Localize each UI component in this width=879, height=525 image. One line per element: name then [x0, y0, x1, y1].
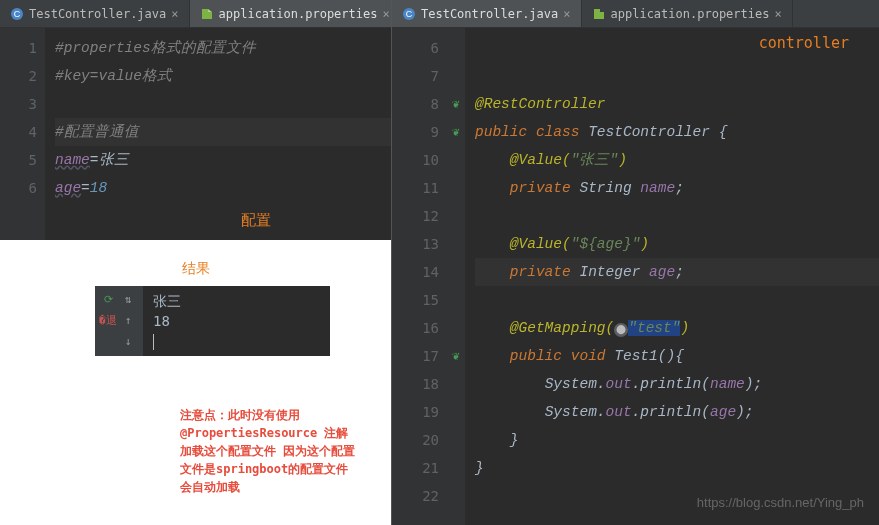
- props-icon: [200, 7, 214, 21]
- console-toolbar: ⟳ ⇅ �退 ↑ ↓: [95, 286, 143, 356]
- type: String: [579, 180, 640, 196]
- kw: public: [510, 348, 571, 364]
- annotation: @GetMapping(: [510, 320, 614, 336]
- line-num: 19: [392, 398, 439, 426]
- equals: =: [90, 152, 99, 168]
- code: System.: [545, 404, 606, 420]
- console: ⟳ ⇅ �退 ↑ ↓ 张三 18: [95, 286, 330, 356]
- left-tabs: C TestController.java × application.prop…: [0, 0, 391, 28]
- class-icon: C: [10, 7, 24, 21]
- blank-icon: [99, 333, 117, 351]
- line-num: 20: [392, 426, 439, 454]
- left-editor[interactable]: 1 2 3 4 5 6 #properties格式的配置文件 #key=valu…: [0, 28, 391, 240]
- brace: }: [475, 460, 484, 476]
- line-num: 18: [392, 370, 439, 398]
- tab-application-properties[interactable]: application.properties ×: [582, 0, 793, 27]
- brace: }: [510, 432, 519, 448]
- line-num: 1: [0, 34, 37, 62]
- console-output: 张三 18: [143, 286, 330, 356]
- right-tabs: C TestController.java × application.prop…: [392, 0, 879, 28]
- code: );: [736, 404, 753, 420]
- line-num: 12: [392, 202, 439, 230]
- equals: =: [81, 180, 90, 196]
- close-icon[interactable]: ×: [563, 7, 570, 21]
- kw: public: [475, 124, 536, 140]
- code: System.: [545, 376, 606, 392]
- line-num: 14: [392, 258, 439, 286]
- semi: ;: [675, 264, 684, 280]
- line-num: 8: [392, 90, 439, 118]
- result-label: 结果: [0, 260, 391, 278]
- close-icon[interactable]: ×: [774, 7, 781, 21]
- caret: [153, 334, 154, 350]
- marker-gutter: ❦ ❦ ❦: [447, 28, 465, 525]
- tab-testcontroller[interactable]: C TestController.java ×: [0, 0, 190, 27]
- semi: ;: [675, 180, 684, 196]
- field: age: [710, 404, 736, 420]
- line-gutter: 6 7 8 9 10 11 12 13 14 15 16 17 18 19 20…: [392, 28, 447, 525]
- leaf-icon: ❦: [447, 118, 465, 146]
- code-area[interactable]: #properties格式的配置文件 #key=value格式 #配置普通值 n…: [45, 28, 391, 240]
- comment: #配置普通值: [55, 124, 139, 140]
- annotation: ): [640, 236, 649, 252]
- output-line: 张三: [153, 291, 320, 311]
- field: name: [710, 376, 745, 392]
- code-area[interactable]: @RestController public class TestControl…: [465, 28, 879, 525]
- right-editor[interactable]: 6 7 8 9 10 11 12 13 14 15 16 17 18 19 20…: [392, 28, 879, 525]
- close-icon[interactable]: ×: [171, 7, 178, 21]
- leaf-icon: ❦: [447, 342, 465, 370]
- line-num: 17: [392, 342, 439, 370]
- kw: private: [510, 264, 580, 280]
- line-num: 16: [392, 314, 439, 342]
- up-icon[interactable]: ↑: [119, 311, 137, 329]
- rerun-icon[interactable]: ⟳: [99, 290, 117, 308]
- line-num: 11: [392, 174, 439, 202]
- watermark: https://blog.csdn.net/Ying_ph: [697, 495, 864, 510]
- close-icon[interactable]: ×: [382, 7, 389, 21]
- right-panel: C TestController.java × application.prop…: [391, 0, 879, 525]
- line-num: 4: [0, 118, 37, 146]
- sort-icon[interactable]: ⇅: [119, 290, 137, 308]
- line-num: 9: [392, 118, 439, 146]
- annotation: @RestController: [475, 96, 606, 112]
- down-icon[interactable]: ↓: [119, 333, 137, 351]
- brace: {: [719, 124, 728, 140]
- annotation: ): [618, 152, 627, 168]
- kw: void: [571, 348, 615, 364]
- line-num: 5: [0, 146, 37, 174]
- tab-label: application.properties: [219, 7, 378, 21]
- tab-label: TestController.java: [29, 7, 166, 21]
- prop-key: name: [55, 152, 90, 168]
- line-num: 21: [392, 454, 439, 482]
- field: out: [606, 404, 632, 420]
- white-area: 结果 ⟳ ⇅ �退 ↑ ↓ 张三 18 注意点：此时没有使用@Propertie…: [0, 240, 391, 525]
- tab-application-properties[interactable]: application.properties ×: [190, 0, 401, 27]
- leaf-icon: ❦: [447, 90, 465, 118]
- line-gutter: 1 2 3 4 5 6: [0, 28, 45, 240]
- svg-text:C: C: [406, 9, 413, 19]
- method: Test1: [614, 348, 658, 364]
- tab-testcontroller[interactable]: C TestController.java ×: [392, 0, 582, 27]
- code: .println(: [632, 404, 710, 420]
- props-icon: [592, 7, 606, 21]
- line-num: 15: [392, 286, 439, 314]
- controller-label: controller: [759, 34, 849, 52]
- kw: class: [536, 124, 588, 140]
- svg-text:C: C: [14, 9, 21, 19]
- line-num: 7: [392, 62, 439, 90]
- line-num: 2: [0, 62, 37, 90]
- left-panel: C TestController.java × application.prop…: [0, 0, 391, 525]
- annotation: @Value(: [510, 152, 571, 168]
- line-num: 22: [392, 482, 439, 510]
- tab-label: TestController.java: [421, 7, 558, 21]
- annotation: ): [680, 320, 689, 336]
- line-num: 6: [392, 34, 439, 62]
- prop-val: 18: [90, 180, 107, 196]
- brace: {: [675, 348, 684, 364]
- line-num: 13: [392, 230, 439, 258]
- paren: (): [658, 348, 675, 364]
- exit-icon[interactable]: �退: [99, 311, 117, 329]
- field: age: [649, 264, 675, 280]
- url-icon[interactable]: ⬤: [614, 323, 628, 337]
- config-label: 配置: [241, 211, 271, 230]
